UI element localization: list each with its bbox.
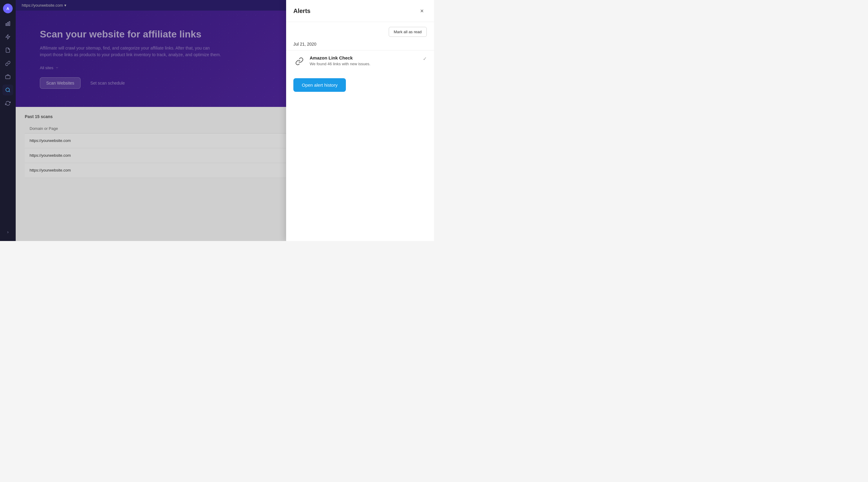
avatar: A [3,4,13,13]
sidebar-item-briefcase[interactable] [2,71,13,82]
sidebar-item-document[interactable] [2,45,13,56]
sidebar: A › [0,0,16,241]
mark-all-as-read-button[interactable]: Mark all as read [389,27,427,37]
svg-line-6 [9,91,10,92]
open-alert-history-button[interactable]: Open alert history [293,78,346,92]
close-alerts-button[interactable]: × [417,6,427,16]
svg-rect-2 [9,22,10,26]
svg-marker-3 [6,35,10,39]
sidebar-item-refresh[interactable] [2,98,13,109]
svg-rect-0 [6,24,7,26]
alert-content: Amazon Link Check We found 46 links with… [310,55,418,66]
sidebar-item-lightning[interactable] [2,31,13,42]
alert-item: Amazon Link Check We found 46 links with… [286,50,434,72]
hero-description: Affilimate will crawl your sitemap, find… [40,45,221,58]
alerts-date-label: Jul 21, 2020 [286,39,434,50]
alert-title: Amazon Link Check [310,55,418,60]
svg-rect-4 [6,76,10,79]
sidebar-expand-button[interactable]: › [2,227,13,237]
alert-description: We found 46 links with new issues. [310,62,418,66]
svg-point-5 [6,88,9,91]
alert-check-icon[interactable]: ✓ [423,56,427,62]
sidebar-item-search[interactable] [2,85,13,95]
sidebar-item-analytics[interactable] [2,18,13,29]
alert-link-icon [293,55,305,67]
set-scan-schedule-button[interactable]: Set scan schedule [84,77,131,89]
alerts-panel: Alerts × Mark all as read Jul 21, 2020 A… [286,0,434,241]
sidebar-bottom: › [2,227,13,237]
scan-websites-button[interactable]: Scan Websites [40,77,81,89]
svg-rect-1 [7,22,8,26]
alerts-title: Alerts [293,7,311,14]
topbar-url[interactable]: https://yourwebsite.com ▾ [22,3,66,7]
open-history-wrap: Open alert history [286,72,434,98]
alerts-header: Alerts × [286,0,434,22]
sidebar-item-link[interactable] [2,58,13,69]
mark-all-row: Mark all as read [286,22,434,39]
alerts-body: Mark all as read Jul 21, 2020 Amazon Lin… [286,22,434,241]
